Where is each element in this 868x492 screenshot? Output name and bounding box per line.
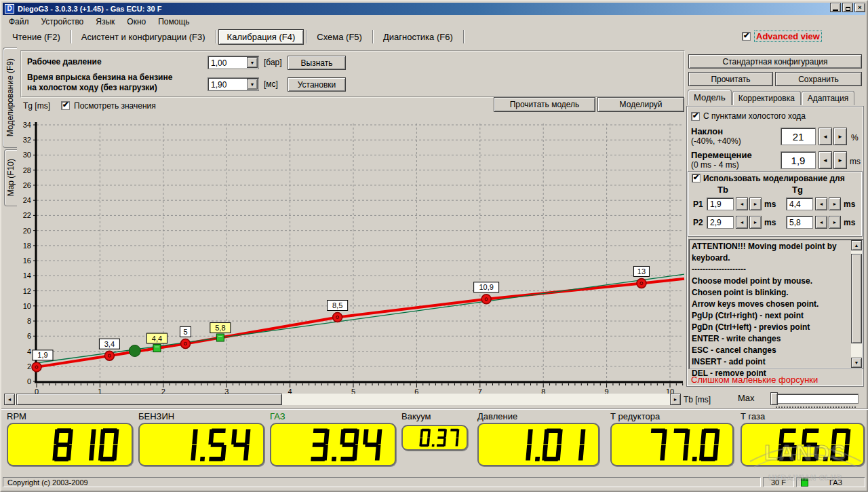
svg-text:7: 7 bbox=[478, 387, 482, 394]
idle-point-green-dot[interactable] bbox=[129, 345, 140, 356]
display-label: Давление bbox=[477, 411, 599, 423]
lcd-value-1.54 bbox=[138, 423, 264, 466]
p1-tg-field[interactable]: 4,4 bbox=[786, 197, 813, 210]
slope-decrease-icon[interactable]: ◄ bbox=[818, 128, 832, 145]
injection-time-value: 1,90 bbox=[211, 80, 226, 90]
p2-tg-increase-icon[interactable]: ► bbox=[829, 216, 841, 229]
scroll-up-icon[interactable]: ▲ bbox=[851, 240, 862, 250]
advanced-view-checkbox[interactable]: ✔ bbox=[742, 32, 751, 41]
calibration-chart[interactable]: 0123456789100246810121416182022242628303… bbox=[20, 115, 685, 394]
working-pressure-combobox[interactable]: 1,00 ▼ bbox=[208, 56, 259, 69]
point-value-label: 5,8 bbox=[210, 323, 231, 333]
read-model-button[interactable]: Прочитать модель bbox=[494, 97, 595, 112]
svg-text:5,8: 5,8 bbox=[215, 324, 225, 332]
svg-text:2: 2 bbox=[27, 362, 31, 371]
menu-item-4[interactable]: Окно bbox=[121, 16, 152, 28]
p1-tg-decrease-icon[interactable]: ◄ bbox=[815, 197, 827, 210]
model-point-red[interactable] bbox=[333, 313, 342, 322]
show-values-checkbox[interactable]: ✔ bbox=[61, 101, 70, 110]
main-tab-1[interactable]: Чтение (F2) bbox=[4, 29, 68, 45]
p2-tb-field[interactable]: 2,9 bbox=[707, 216, 734, 229]
model-tab-3[interactable]: Адаптация bbox=[802, 91, 854, 105]
use-model-checkbox[interactable]: ✔ bbox=[692, 174, 701, 183]
display-label: ГАЗ bbox=[270, 411, 396, 423]
help-text-line: Choose model point by mouse. bbox=[692, 276, 849, 287]
model-point-red[interactable] bbox=[104, 351, 114, 360]
right-panel: Стандартная конфигурация Прочитать Сохра… bbox=[686, 46, 865, 409]
svg-text:32: 32 bbox=[23, 136, 31, 144]
lcd-value-1.01 bbox=[477, 423, 599, 466]
main-tab-2[interactable]: Асистент и конфигурации (F3) bbox=[73, 29, 214, 45]
injectors-warning-label: Слишком маленькие форсунки bbox=[691, 375, 818, 385]
svg-text:14: 14 bbox=[23, 271, 31, 280]
p2-tg-decrease-icon[interactable]: ◄ bbox=[815, 216, 827, 229]
read-button[interactable]: Прочитать bbox=[688, 72, 773, 86]
scroll-right-icon[interactable]: ► bbox=[670, 394, 681, 405]
read-pressure-button[interactable]: Вызнать bbox=[288, 56, 346, 70]
chart-horizontal-scrollbar[interactable]: ◄ ► bbox=[4, 394, 681, 405]
lcd-value-77.0 bbox=[610, 423, 734, 466]
shift-value-field[interactable]: 1,9 bbox=[781, 151, 816, 169]
svg-text:18: 18 bbox=[23, 242, 31, 250]
standard-config-button[interactable]: Стандартная конфигурация bbox=[688, 54, 862, 69]
slope-label: Наклон bbox=[691, 126, 723, 136]
restore-button[interactable] bbox=[842, 3, 853, 12]
model-point-red[interactable] bbox=[32, 362, 41, 372]
shift-increase-icon[interactable]: ► bbox=[833, 151, 847, 169]
scroll-down-icon[interactable]: ▼ bbox=[851, 358, 862, 368]
advanced-view-label[interactable]: Advanced view bbox=[754, 31, 822, 42]
svg-text:20: 20 bbox=[23, 227, 31, 235]
menu-item-3[interactable]: Язык bbox=[90, 16, 121, 28]
p2-tb-increase-icon[interactable]: ► bbox=[749, 216, 762, 229]
p-point-green-square[interactable] bbox=[216, 334, 224, 341]
p2-tg-field[interactable]: 5,8 bbox=[786, 216, 813, 229]
main-tab-3[interactable]: Калибрация (F4) bbox=[218, 29, 304, 45]
display-block-давление: Давление bbox=[477, 411, 599, 466]
settings-button[interactable]: Установки bbox=[288, 77, 346, 92]
main-tab-5[interactable]: Диагностика (F6) bbox=[375, 29, 461, 45]
svg-text:2: 2 bbox=[161, 387, 165, 394]
menu-item-1[interactable]: Файл bbox=[3, 16, 35, 28]
menu-item-5[interactable]: Помощь bbox=[152, 16, 195, 28]
slope-value-field[interactable]: 21 bbox=[781, 128, 816, 145]
model-point-red[interactable] bbox=[637, 278, 646, 288]
lcd-value-810 bbox=[7, 423, 133, 466]
chevron-down-icon[interactable]: ▼ bbox=[247, 57, 258, 68]
simulate-button[interactable]: Моделируй bbox=[597, 97, 684, 112]
chart-svg[interactable]: 0123456789100246810121416182022242628303… bbox=[20, 115, 685, 394]
main-tab-4[interactable]: Схема (F5) bbox=[309, 29, 370, 45]
p-point-green-square[interactable] bbox=[153, 345, 161, 352]
fuel-mode-panel: ГАЗ bbox=[796, 477, 865, 487]
side-tab-map[interactable]: Map (F10) bbox=[4, 149, 17, 206]
close-button[interactable]: × bbox=[854, 3, 865, 12]
chevron-down-icon[interactable]: ▼ bbox=[247, 79, 258, 90]
model-point-red[interactable] bbox=[481, 295, 491, 304]
help-text-line: ATTENTION!!! Moving model point by keybo… bbox=[692, 241, 849, 264]
scrollbar-thumb[interactable] bbox=[851, 254, 862, 343]
model-tab-2[interactable]: Корректировка bbox=[732, 91, 801, 105]
copyright-label: Copyright (c) 2003-2009 bbox=[3, 477, 761, 487]
svg-text:0: 0 bbox=[27, 377, 31, 385]
scroll-left-icon[interactable]: ◄ bbox=[4, 394, 15, 405]
shift-decrease-icon[interactable]: ◄ bbox=[818, 151, 832, 169]
svg-text:6: 6 bbox=[414, 387, 418, 394]
p1-tg-increase-icon[interactable]: ► bbox=[829, 197, 841, 210]
p1-tb-field[interactable]: 1,9 bbox=[707, 197, 734, 210]
help-scrollbar[interactable]: ▲ ▼ bbox=[851, 240, 862, 368]
idle-points-checkbox[interactable]: ✔ bbox=[691, 112, 700, 121]
p1-tb-increase-icon[interactable]: ► bbox=[749, 197, 762, 210]
help-listbox[interactable]: ATTENTION!!! Moving model point by keybo… bbox=[688, 239, 863, 369]
model-tab-1[interactable]: Модель bbox=[688, 90, 732, 105]
p1-tb-decrease-icon[interactable]: ◄ bbox=[736, 197, 748, 210]
model-point-red[interactable] bbox=[180, 339, 190, 348]
p2-tb-decrease-icon[interactable]: ◄ bbox=[736, 216, 748, 229]
scrollbar-thumb[interactable] bbox=[16, 394, 282, 405]
menu-item-2[interactable]: Устройство bbox=[35, 16, 90, 28]
divider bbox=[1, 409, 868, 410]
slope-increase-icon[interactable]: ► bbox=[833, 128, 847, 145]
fuel-mode-label: ГАЗ bbox=[829, 478, 842, 487]
save-button[interactable]: Сохранить bbox=[775, 72, 862, 86]
injection-time-combobox[interactable]: 1,90 ▼ bbox=[208, 77, 259, 91]
side-tab-modeling[interactable]: Моделирование (F9) bbox=[3, 48, 17, 148]
minimize-button[interactable] bbox=[830, 3, 841, 12]
